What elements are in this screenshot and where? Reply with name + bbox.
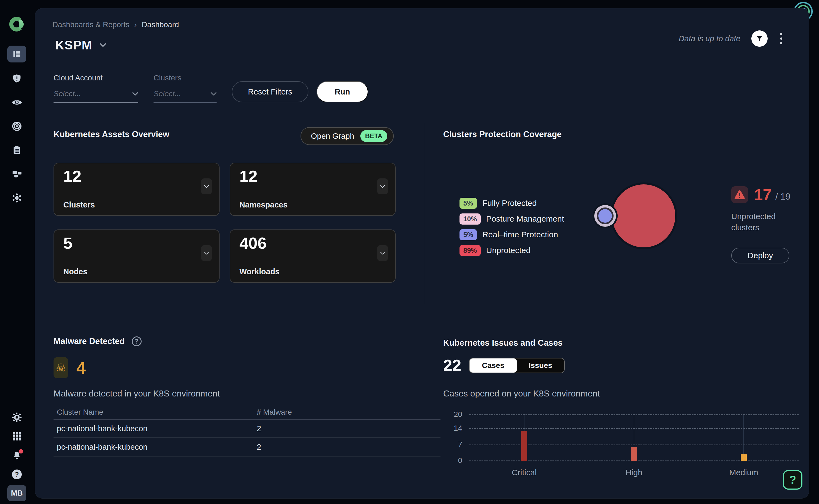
namespaces-card: 12 Namespaces (230, 163, 395, 216)
cloud-account-select[interactable]: Select... (54, 89, 138, 103)
bar-high[interactable] (631, 447, 637, 461)
dashboard-selector[interactable]: KSPM (55, 38, 106, 52)
sidebar-item-settings[interactable] (7, 409, 26, 426)
sidebar-item-posture[interactable] (7, 70, 26, 87)
skull-icon: ☠ (54, 357, 68, 378)
clipboard-list-icon (12, 145, 22, 155)
sidebar-item-notifications[interactable] (7, 447, 26, 464)
nodes-card: 5 Nodes (54, 229, 219, 283)
malware-stat: ☠ 4 (54, 357, 86, 378)
reset-filters-button[interactable]: Reset Filters (232, 81, 308, 102)
legend-item: 89% Unprotected (460, 242, 564, 258)
help-tooltip-icon[interactable]: ? (132, 336, 142, 346)
filters-bar: Cloud Account Select... Clusters Select.… (54, 74, 368, 103)
deploy-button[interactable]: Deploy (731, 248, 789, 263)
y-tick-label: 7 (443, 440, 462, 449)
sidebar-item-dashboards[interactable] (7, 46, 26, 62)
chevron-down-icon (99, 43, 106, 47)
gear-icon (12, 412, 22, 423)
breadcrumb-separator: › (134, 20, 137, 29)
funnel-icon (756, 35, 763, 42)
more-menu-button[interactable] (779, 31, 784, 46)
dashboard-icon (12, 49, 22, 59)
malware-title: Malware Detected (54, 336, 125, 346)
protection-legend: 5% Fully Protected 10% Posture Managemen… (460, 195, 564, 258)
panoptica-logo (9, 16, 27, 33)
unprotected-bubble[interactable] (612, 184, 675, 247)
open-graph-button[interactable]: Open Graph BETA (300, 127, 394, 145)
legend-item: 10% Posture Management (460, 211, 564, 227)
run-button[interactable]: Run (316, 81, 368, 102)
breadcrumb: Dashboards & Reports › Dashboard (52, 20, 179, 29)
breadcrumb-current: Dashboard (142, 20, 179, 29)
help-icon: ? (12, 470, 22, 479)
expand-namespaces-button[interactable] (377, 178, 388, 194)
sidebar-item-policies[interactable] (7, 142, 26, 159)
cases-count: 22 (443, 356, 462, 375)
legend-item: 5% Real–time Protection (460, 227, 564, 242)
spark-icon (11, 193, 22, 203)
realtime-protection-bubble[interactable] (594, 205, 616, 227)
x-tick-label: Critical (512, 468, 537, 477)
malware-count: 4 (76, 358, 86, 377)
cases-issues-toggle: Cases Issues (469, 358, 565, 373)
sidebar-item-detections[interactable] (7, 118, 26, 135)
assets-overview-title: Kubernetes Assets Overview (54, 130, 169, 139)
bar-critical[interactable] (521, 431, 527, 461)
sidebar-item-integrations[interactable] (7, 190, 26, 206)
chevron-down-icon (132, 92, 138, 96)
expand-clusters-button[interactable] (201, 178, 212, 194)
blocks-icon (12, 169, 22, 179)
section-divider (424, 122, 424, 304)
bar-medium[interactable] (741, 454, 747, 461)
data-status: Data is up to date (679, 34, 741, 43)
malware-table: Cluster Name # Malware pc-national-bank-… (54, 405, 441, 456)
legend-item: 5% Fully Protected (460, 195, 564, 211)
y-tick-label: 0 (443, 456, 462, 465)
clusters-card: 12 Clusters (54, 163, 219, 216)
main-panel: Dashboards & Reports › Dashboard KSPM Da… (35, 8, 809, 499)
unprotected-stat: 17 / 19 Unprotected clusters Deploy (731, 185, 802, 263)
bar-chart-plot: CriticalHighMedium (469, 415, 799, 461)
sidebar-item-help[interactable]: ? (7, 466, 26, 483)
table-row[interactable]: pc-national-bank-kubecon 2 (54, 420, 441, 438)
unprotected-count: 17 (754, 185, 772, 204)
clusters-select[interactable]: Select... (153, 89, 216, 103)
workloads-card: 406 Workloads (230, 229, 395, 283)
y-tick-label: 20 (443, 410, 462, 419)
y-tick-label: 14 (443, 424, 462, 433)
filter-button[interactable] (751, 30, 768, 47)
expand-workloads-button[interactable] (377, 245, 388, 261)
status-row: Data is up to date (679, 30, 784, 47)
sidebar-item-visibility[interactable] (7, 94, 26, 111)
tab-issues[interactable]: Issues (517, 358, 564, 373)
table-row[interactable]: pc-national-bank-kubecon 2 (54, 438, 441, 456)
target-icon (12, 121, 22, 131)
notification-dot (19, 449, 23, 453)
cloud-account-filter: Cloud Account Select... (54, 74, 138, 103)
x-tick-label: Medium (729, 468, 758, 477)
unprotected-total: / 19 (776, 191, 790, 202)
sidebar-item-inventory[interactable] (7, 166, 26, 182)
table-header-row: Cluster Name # Malware (54, 405, 441, 420)
grid-icon (12, 431, 22, 441)
eye-icon (11, 99, 22, 106)
cases-description: Cases opened on your K8S environment (443, 389, 600, 399)
shield-alert-icon (12, 74, 22, 83)
expand-nodes-button[interactable] (201, 245, 212, 261)
warning-icon (731, 186, 748, 203)
sidebar: ? MB (0, 0, 35, 504)
sidebar-item-apps[interactable] (7, 428, 26, 445)
issues-cases-title: Kubernetes Issues and Cases (443, 338, 563, 348)
cloud-account-label: Cloud Account (54, 74, 138, 82)
tab-cases[interactable]: Cases (470, 358, 517, 373)
page-title: KSPM (55, 38, 92, 52)
beta-badge: BETA (360, 130, 387, 142)
breadcrumb-parent[interactable]: Dashboards & Reports (52, 20, 129, 29)
user-avatar[interactable]: MB (7, 485, 26, 501)
malware-description: Malware detected in your K8S environment (54, 389, 220, 399)
clusters-label: Clusters (153, 74, 216, 82)
protection-coverage-title: Clusters Protection Coverage (443, 130, 562, 139)
x-tick-label: High (626, 468, 642, 477)
help-button[interactable]: ? (783, 470, 802, 490)
